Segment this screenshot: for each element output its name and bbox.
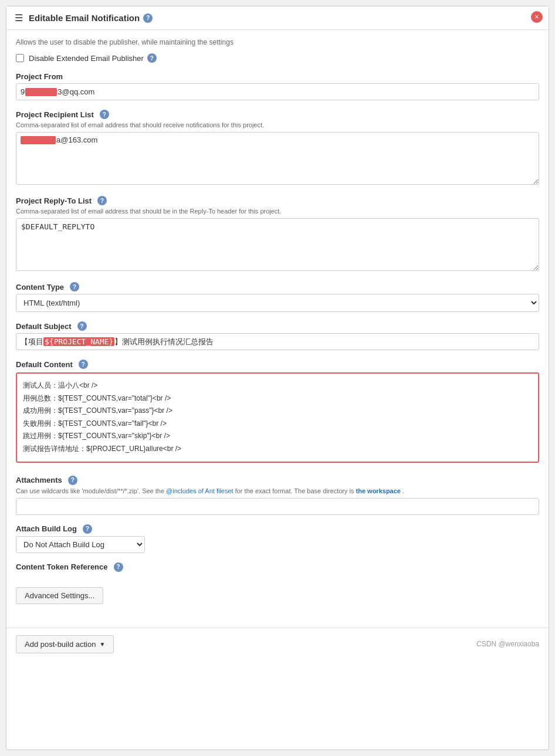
hamburger-icon[interactable]: ☰ [15, 12, 23, 23]
title-bar: ☰ Editable Email Notification ? × [6, 6, 549, 30]
project-recipient-hint: Comma-separated list of email address th… [16, 121, 539, 128]
project-recipient-label: Project Recipient List ? [16, 110, 539, 119]
attachments-hint: Can use wildcards like 'module/dist/**/*… [16, 487, 539, 494]
dropdown-arrow-icon: ▼ [99, 641, 105, 647]
project-replyto-input[interactable]: $DEFAULT_REPLYTO [16, 218, 539, 271]
close-button[interactable]: × [531, 11, 543, 23]
attachments-help-icon[interactable]: ? [68, 476, 77, 485]
window-title: Editable Email Notification [29, 13, 140, 23]
content-type-label: Content Type ? [16, 282, 539, 291]
project-replyto-label: Project Reply-To List ? [16, 196, 539, 205]
default-subject-label: Default Subject ? [16, 321, 539, 331]
subtitle-text: Allows the user to disable the publisher… [16, 38, 539, 46]
project-recipient-group: Project Recipient List ? Comma-separated… [16, 110, 539, 187]
ant-fileset-link[interactable]: @includes of Ant fileset [166, 487, 233, 494]
attach-build-log-label: Attach Build Log ? [16, 524, 539, 534]
workspace-link[interactable]: the workspace [356, 487, 401, 494]
advanced-settings-section: Advanced Settings... [16, 581, 539, 604]
content-area: Allows the user to disable the publisher… [6, 30, 549, 628]
advanced-settings-button[interactable]: Advanced Settings... [16, 587, 103, 604]
project-from-label: Project From [16, 72, 539, 81]
project-replyto-group: Project Reply-To List ? Comma-separated … [16, 196, 539, 273]
attachments-input[interactable] [16, 498, 539, 515]
project-replyto-hint: Comma-separated list of email address th… [16, 208, 539, 215]
bottom-bar: Add post-build action ▼ CSDN @wenxiaoba [6, 628, 549, 660]
attachments-label: Attachments ? [16, 476, 539, 485]
recipient-help-icon[interactable]: ? [100, 110, 109, 119]
watermark-text: CSDN @wenxiaoba [476, 640, 539, 648]
content-type-help-icon[interactable]: ? [70, 282, 79, 291]
default-content-group: Default Content ? 测试人员：温小八<br /> 用例总数：${… [16, 360, 539, 466]
project-recipient-input[interactable] [16, 132, 539, 185]
disable-checkbox-label[interactable]: Disable Extended Email Publisher [29, 54, 144, 63]
attachments-group: Attachments ? Can use wildcards like 'mo… [16, 476, 539, 515]
attach-build-log-select[interactable]: Do Not Attach Build LogAttach Build LogC… [16, 536, 145, 553]
default-content-text: 测试人员：温小八<br /> 用例总数：${TEST_COUNTS,var="t… [17, 374, 538, 462]
content-type-select[interactable]: HTML (text/html)Plain Text (text/plain)B… [16, 294, 539, 312]
content-token-help-icon[interactable]: ? [114, 562, 123, 572]
main-window: ☰ Editable Email Notification ? × Allows… [6, 6, 549, 750]
content-type-group: Content Type ? HTML (text/html)Plain Tex… [16, 282, 539, 312]
default-subject-help-icon[interactable]: ? [77, 321, 87, 331]
attach-log-help-icon[interactable]: ? [83, 524, 92, 534]
default-content-box: 测试人员：温小八<br /> 用例总数：${TEST_COUNTS,var="t… [16, 372, 539, 463]
disable-checkbox[interactable] [16, 54, 24, 62]
content-token-label: Content Token Reference ? [16, 562, 539, 572]
content-token-group: Content Token Reference ? [16, 562, 539, 572]
disable-help-icon[interactable]: ? [147, 53, 157, 63]
add-post-build-button[interactable]: Add post-build action ▼ [16, 635, 114, 653]
default-content-help-icon[interactable]: ? [79, 360, 88, 369]
replyto-help-icon[interactable]: ? [97, 196, 107, 205]
default-content-label: Default Content ? [16, 360, 539, 369]
default-subject-input[interactable] [16, 333, 539, 350]
attach-build-log-group: Attach Build Log ? Do Not Attach Build L… [16, 524, 539, 553]
title-help-icon[interactable]: ? [143, 13, 153, 23]
project-from-group: Project From 9 3@qq.com [16, 72, 539, 100]
disable-checkbox-row: Disable Extended Email Publisher ? [16, 53, 539, 63]
project-from-input[interactable] [16, 83, 539, 100]
default-subject-group: Default Subject ? 【项目 ${PROJECT_NAME} 】测… [16, 321, 539, 350]
